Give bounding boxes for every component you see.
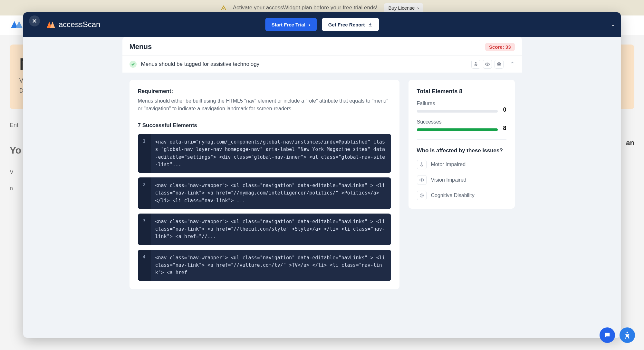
detail-right-panel: Total Elements 8 Failures 0 Successes 8 bbox=[409, 80, 515, 209]
rule-detail: Requirement: Menus should either be buil… bbox=[122, 73, 522, 296]
brand-logo-icon bbox=[46, 20, 55, 29]
who-title: Who is affected by these issues? bbox=[417, 147, 506, 154]
code-body: <nav class="nav-wrapper"> <ul class="nav… bbox=[151, 250, 391, 281]
code-line-number: 4 bbox=[138, 250, 151, 281]
section-header: Menus Score: 33 bbox=[122, 37, 522, 55]
code-line-number: 3 bbox=[138, 214, 151, 245]
start-trial-button[interactable]: Start Free Trial › bbox=[265, 18, 317, 31]
failures-label: Failures bbox=[417, 101, 506, 106]
divider bbox=[417, 139, 506, 140]
rule-icon-group bbox=[471, 60, 504, 69]
bg-logo-icon bbox=[10, 18, 23, 32]
vision-icon bbox=[483, 60, 492, 69]
brand: accessScan bbox=[46, 20, 100, 29]
check-icon bbox=[130, 61, 137, 68]
banner-text: Activate your accessWidget plan before y… bbox=[233, 5, 378, 11]
code-body: <nav class="nav-wrapper"> <ul class="nav… bbox=[151, 214, 391, 245]
motor-icon bbox=[471, 60, 480, 69]
section-title: Menus bbox=[130, 43, 152, 51]
rule-label: Menus should be tagged for assistive tec… bbox=[141, 61, 467, 67]
svg-point-5 bbox=[421, 179, 422, 180]
svg-point-2 bbox=[498, 64, 500, 65]
total-elements: Total Elements 8 bbox=[417, 88, 506, 95]
cognitive-icon bbox=[417, 191, 427, 200]
bg-an: an bbox=[626, 139, 634, 147]
chevron-up-icon: ⌃ bbox=[510, 61, 515, 68]
modal-body: Menus Score: 33 Menus should be tagged f… bbox=[23, 37, 621, 338]
warning-icon bbox=[221, 5, 226, 11]
failures-value: 0 bbox=[503, 106, 506, 113]
accessibility-fab[interactable] bbox=[620, 327, 635, 343]
score-badge: Score: 33 bbox=[485, 43, 515, 51]
svg-point-3 bbox=[497, 63, 501, 66]
svg-point-0 bbox=[475, 62, 476, 63]
successes-bar-fill bbox=[417, 128, 498, 131]
svg-point-4 bbox=[421, 163, 422, 164]
chat-icon bbox=[604, 332, 611, 339]
code-snippet[interactable]: 3 <nav class="nav-wrapper"> <ul class="n… bbox=[138, 214, 391, 245]
header-actions: Start Free Trial › Get Free Report bbox=[265, 18, 379, 31]
successes-bar bbox=[417, 128, 498, 131]
get-report-label: Get Free Report bbox=[328, 22, 365, 27]
buy-license-button[interactable]: Buy License › bbox=[384, 3, 424, 13]
code-line-number: 2 bbox=[138, 177, 151, 209]
chevron-right-icon: › bbox=[309, 22, 310, 27]
get-report-button[interactable]: Get Free Report bbox=[322, 18, 379, 31]
close-button[interactable] bbox=[29, 15, 40, 26]
code-snippet[interactable]: 1 <nav data-uri="nymag.com/_components/g… bbox=[138, 134, 391, 173]
who-item-vision: Vision Impaired bbox=[417, 175, 506, 185]
code-line-number: 1 bbox=[138, 134, 151, 173]
successes-label: Successes bbox=[417, 119, 506, 125]
accessibility-icon bbox=[623, 331, 631, 339]
who-label: Motor Impaired bbox=[431, 162, 466, 167]
close-icon bbox=[32, 19, 37, 23]
svg-point-1 bbox=[487, 64, 488, 65]
download-icon bbox=[368, 22, 372, 27]
vision-icon bbox=[417, 175, 427, 185]
report-modal: accessScan Start Free Trial › Get Free R… bbox=[23, 12, 621, 338]
header-menu-caret[interactable]: ⌄ bbox=[611, 22, 615, 27]
who-label: Cognitive Disability bbox=[431, 193, 475, 198]
svg-point-8 bbox=[627, 332, 628, 333]
svg-point-7 bbox=[420, 194, 423, 197]
requirement-label: Requirement: bbox=[138, 88, 391, 95]
who-item-motor: Motor Impaired bbox=[417, 160, 506, 169]
code-list: 1 <nav data-uri="nymag.com/_components/g… bbox=[138, 134, 391, 281]
modal-header: accessScan Start Free Trial › Get Free R… bbox=[23, 12, 621, 37]
failures-bar bbox=[417, 110, 498, 113]
who-label: Vision Impaired bbox=[431, 177, 466, 183]
code-body: <nav class="nav-wrapper"> <ul class="nav… bbox=[151, 177, 391, 209]
chevron-right-icon: › bbox=[417, 5, 419, 11]
svg-point-6 bbox=[421, 195, 422, 196]
successful-elements-heading: 7 Successful Elements bbox=[138, 122, 391, 129]
successes-value: 8 bbox=[503, 125, 506, 132]
who-item-cognitive: Cognitive Disability bbox=[417, 191, 506, 200]
rule-row[interactable]: Menus should be tagged for assistive tec… bbox=[122, 55, 522, 73]
start-trial-label: Start Free Trial bbox=[272, 22, 305, 27]
chat-fab[interactable] bbox=[600, 327, 615, 343]
buy-license-label: Buy License bbox=[389, 5, 415, 11]
code-body: <nav data-uri="nymag.com/_components/glo… bbox=[151, 134, 391, 173]
section-card: Menus Score: 33 Menus should be tagged f… bbox=[122, 37, 522, 296]
requirement-text: Menus should either be built using the H… bbox=[138, 97, 391, 113]
brand-text: accessScan bbox=[59, 20, 100, 29]
motor-icon bbox=[417, 160, 427, 169]
code-snippet[interactable]: 4 <nav class="nav-wrapper"> <ul class="n… bbox=[138, 250, 391, 281]
code-snippet[interactable]: 2 <nav class="nav-wrapper"> <ul class="n… bbox=[138, 177, 391, 209]
detail-left-panel: Requirement: Menus should either be buil… bbox=[130, 80, 399, 289]
cognitive-icon bbox=[495, 60, 504, 69]
